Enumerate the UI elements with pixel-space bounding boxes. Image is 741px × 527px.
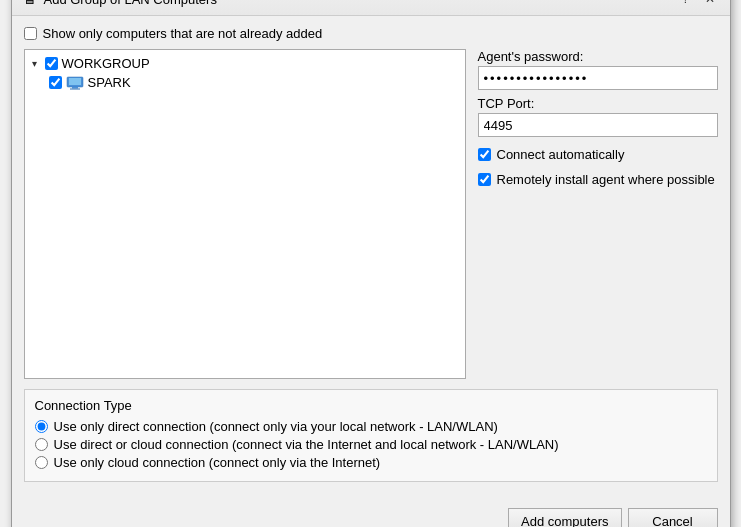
dialog-title: Add Group of LAN Computers [44,0,217,7]
tree-panel[interactable]: ▾ WORKGROUP SPARK [24,49,466,379]
radio-cloud-only[interactable] [35,456,48,469]
tcp-port-group: TCP Port: [478,96,718,137]
cancel-button[interactable]: Cancel [628,508,718,527]
show-only-checkbox[interactable] [24,27,37,40]
connection-type-title: Connection Type [35,398,707,413]
radio-row-1: Use direct or cloud connection (connect … [35,437,707,452]
remote-install-checkbox[interactable] [478,173,491,186]
close-button[interactable]: ✕ [700,0,720,9]
workgroup-row: ▾ WORKGROUP [29,54,461,73]
radio-cloud-only-label[interactable]: Use only cloud connection (connect only … [54,455,381,470]
tcp-port-input[interactable] [478,113,718,137]
bottom-bar: Add computers Cancel [12,502,730,527]
radio-direct-only-label[interactable]: Use only direct connection (connect only… [54,419,498,434]
radio-direct-only[interactable] [35,420,48,433]
main-content: ▾ WORKGROUP SPARK [24,49,718,379]
svg-rect-2 [72,87,78,89]
right-panel: Agent's password: TCP Port: Connect auto… [478,49,718,379]
password-field-group: Agent's password: [478,49,718,90]
spark-row: SPARK [49,73,461,92]
password-input[interactable] [478,66,718,90]
show-only-label[interactable]: Show only computers that are not already… [43,26,323,41]
connect-auto-checkbox[interactable] [478,148,491,161]
connection-type-section: Connection Type Use only direct connecti… [24,389,718,482]
show-only-row: Show only computers that are not already… [24,26,718,41]
dialog: 🖥 Add Group of LAN Computers ? ✕ Show on… [11,0,731,527]
remote-install-row: Remotely install agent where possible [478,172,718,187]
dialog-icon: 🖥 [22,0,38,7]
title-bar-left: 🖥 Add Group of LAN Computers [22,0,217,7]
dialog-body: Show only computers that are not already… [12,16,730,502]
connect-auto-row: Connect automatically [478,147,718,162]
connect-auto-label[interactable]: Connect automatically [497,147,625,162]
computer-icon [66,76,84,90]
tcp-port-label: TCP Port: [478,96,718,111]
title-bar-controls: ? ✕ [676,0,720,9]
workgroup-checkbox[interactable] [45,57,58,70]
remote-install-label[interactable]: Remotely install agent where possible [497,172,715,187]
help-button[interactable]: ? [676,0,696,9]
svg-rect-3 [70,88,80,89]
radio-direct-or-cloud-label[interactable]: Use direct or cloud connection (connect … [54,437,559,452]
title-bar: 🖥 Add Group of LAN Computers ? ✕ [12,0,730,16]
password-label: Agent's password: [478,49,718,64]
workgroup-label: WORKGROUP [62,56,150,71]
add-computers-button[interactable]: Add computers [508,508,621,527]
svg-rect-1 [69,78,81,85]
radio-row-0: Use only direct connection (connect only… [35,419,707,434]
radio-row-2: Use only cloud connection (connect only … [35,455,707,470]
spark-label: SPARK [88,75,131,90]
radio-direct-or-cloud[interactable] [35,438,48,451]
spark-checkbox[interactable] [49,76,62,89]
workgroup-toggle[interactable]: ▾ [29,58,41,70]
